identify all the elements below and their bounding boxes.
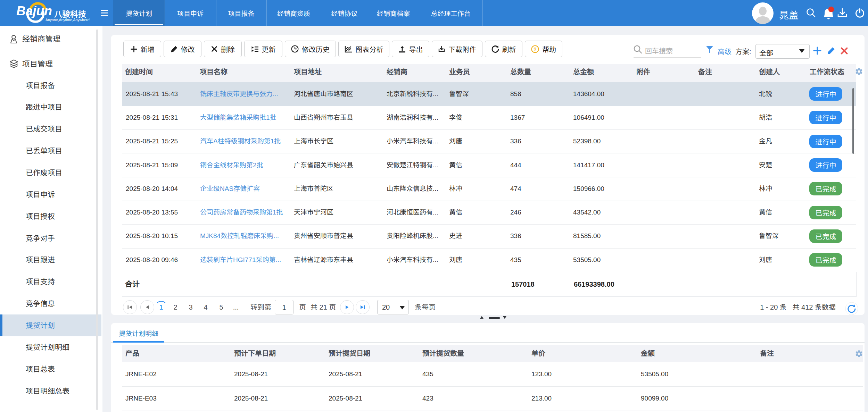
svg-text:?: ? [534,46,537,52]
